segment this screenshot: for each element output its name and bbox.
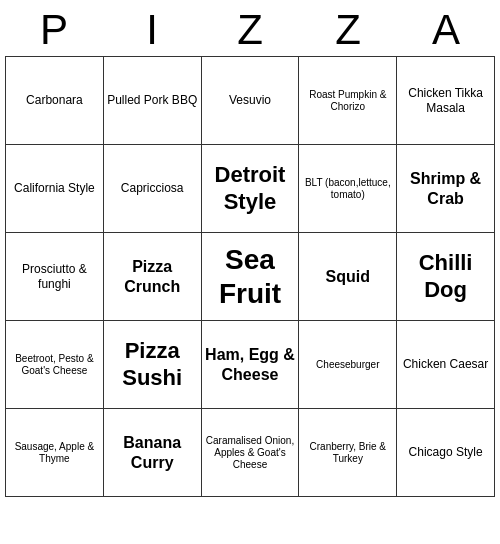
header-letter-I: I — [103, 4, 201, 56]
cell-r1-c2: Detroit Style — [202, 145, 300, 233]
bingo-card: PIZZA CarbonaraPulled Pork BBQVesuvioRoa… — [5, 4, 495, 497]
cell-r4-c3: Cranberry, Brie & Turkey — [299, 409, 397, 497]
cell-r3-c4: Chicken Caesar — [397, 321, 495, 409]
header-letter-Z: Z — [201, 4, 299, 56]
cell-r4-c0: Sausage, Apple & Thyme — [6, 409, 104, 497]
cell-r4-c4: Chicago Style — [397, 409, 495, 497]
cell-r4-c2: Caramalised Onion, Apples & Goat's Chees… — [202, 409, 300, 497]
cell-r2-c0: Prosciutto & funghi — [6, 233, 104, 321]
cell-r2-c3: Squid — [299, 233, 397, 321]
header-row: PIZZA — [5, 4, 495, 56]
bingo-grid: CarbonaraPulled Pork BBQVesuvioRoast Pum… — [5, 56, 495, 497]
header-letter-A: A — [397, 4, 495, 56]
cell-r0-c2: Vesuvio — [202, 57, 300, 145]
cell-r0-c4: Chicken Tikka Masala — [397, 57, 495, 145]
header-letter-P: P — [5, 4, 103, 56]
header-letter-Z: Z — [299, 4, 397, 56]
cell-r0-c0: Carbonara — [6, 57, 104, 145]
cell-r4-c1: Banana Curry — [104, 409, 202, 497]
cell-r1-c3: BLT (bacon,lettuce, tomato) — [299, 145, 397, 233]
cell-r3-c1: Pizza Sushi — [104, 321, 202, 409]
cell-r1-c1: Capricciosa — [104, 145, 202, 233]
cell-r0-c1: Pulled Pork BBQ — [104, 57, 202, 145]
cell-r3-c3: Cheeseburger — [299, 321, 397, 409]
cell-r1-c0: California Style — [6, 145, 104, 233]
cell-r2-c1: Pizza Crunch — [104, 233, 202, 321]
cell-r2-c2: Sea Fruit — [202, 233, 300, 321]
cell-r3-c2: Ham, Egg & Cheese — [202, 321, 300, 409]
cell-r0-c3: Roast Pumpkin & Chorizo — [299, 57, 397, 145]
cell-r1-c4: Shrimp & Crab — [397, 145, 495, 233]
cell-r3-c0: Beetroot, Pesto & Goat's Cheese — [6, 321, 104, 409]
cell-r2-c4: Chilli Dog — [397, 233, 495, 321]
